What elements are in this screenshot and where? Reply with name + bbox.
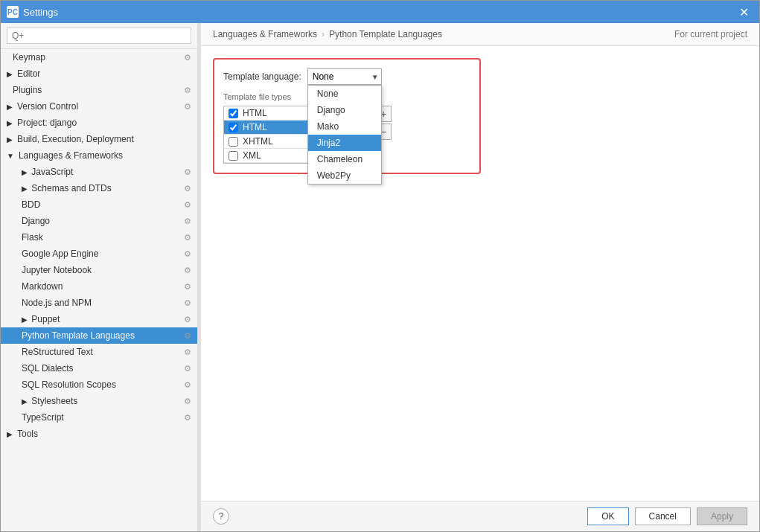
help-button[interactable]: ?: [213, 508, 229, 525]
sidebar-item-project[interactable]: ▶ Project: django: [1, 115, 197, 131]
sidebar-item-plugins[interactable]: Plugins ⚙: [1, 82, 197, 98]
main-panel: Languages & Frameworks › Python Template…: [201, 23, 759, 531]
sidebar-item-typescript[interactable]: TypeScript ⚙: [1, 409, 197, 426]
settings-icon: ⚙: [184, 102, 191, 112]
dropdown-item-chameleon[interactable]: Chameleon: [308, 151, 381, 167]
sidebar-item-sql-resolution[interactable]: SQL Resolution Scopes ⚙: [1, 376, 197, 393]
search-bar: [1, 23, 197, 49]
sidebar-item-django[interactable]: Django ⚙: [1, 213, 197, 229]
breadcrumb-current: Python Template Languages: [329, 29, 442, 39]
dropdown-item-django[interactable]: Django: [308, 102, 381, 118]
settings-icon: ⚙: [184, 200, 191, 210]
sidebar-item-bdd[interactable]: BDD ⚙: [1, 196, 197, 213]
settings-icon: ⚙: [184, 233, 191, 243]
sidebar-item-puppet[interactable]: ▶ Puppet ⚙: [1, 311, 197, 327]
sidebar-list: Keymap ⚙ ▶ Editor Plugins ⚙ ▶ Version Co…: [1, 49, 197, 531]
settings-icon: ⚙: [184, 397, 191, 406]
settings-icon: ⚙: [184, 298, 191, 308]
breadcrumb-separator: ›: [322, 29, 325, 39]
sidebar: Keymap ⚙ ▶ Editor Plugins ⚙ ▶ Version Co…: [1, 23, 198, 531]
settings-icon: ⚙: [184, 413, 191, 423]
template-language-label: Template language:: [223, 71, 301, 82]
settings-icon: ⚙: [184, 86, 191, 95]
dropdown-item-jinja2[interactable]: Jinja2: [308, 135, 381, 151]
main-content: Template language: None Django Mako Jinj…: [201, 46, 759, 501]
settings-icon: ⚙: [184, 184, 191, 193]
sidebar-item-nodejs[interactable]: Node.js and NPM ⚙: [1, 295, 197, 311]
cancel-button[interactable]: Cancel: [635, 507, 691, 525]
sidebar-item-google-app-engine[interactable]: Google App Engine ⚙: [1, 246, 197, 262]
chevron-right-icon: ▶: [7, 103, 13, 111]
dropdown-item-web2py[interactable]: Web2Py: [308, 167, 381, 184]
file-type-checkbox-html2[interactable]: [229, 123, 238, 132]
chevron-right-icon: ▶: [7, 70, 13, 78]
settings-icon: ⚙: [184, 249, 191, 259]
chevron-right-icon: ▶: [22, 397, 28, 406]
template-language-select-wrapper: None Django Mako Jinja2 Chameleon Web2Py…: [307, 68, 382, 85]
ok-button[interactable]: OK: [587, 507, 628, 525]
bottom-bar: ? OK Cancel Apply: [201, 501, 759, 531]
dropdown-item-none[interactable]: None: [308, 86, 381, 102]
sidebar-item-sql-dialects[interactable]: SQL Dialects ⚙: [1, 360, 197, 376]
chevron-right-icon: ▶: [22, 168, 28, 176]
sidebar-group-languages-header[interactable]: ▼ Languages & Frameworks: [1, 147, 197, 164]
chevron-right-icon: ▶: [7, 430, 13, 438]
breadcrumb: Languages & Frameworks › Python Template…: [201, 23, 759, 46]
close-button[interactable]: ✕: [735, 4, 753, 21]
sidebar-group-languages: ▼ Languages & Frameworks ▶ JavaScript ⚙: [1, 147, 197, 426]
breadcrumb-project: For current project: [674, 29, 747, 39]
template-language-row: Template language: None Django Mako Jinj…: [223, 68, 470, 85]
settings-icon: ⚙: [184, 331, 191, 341]
settings-icon: ⚙: [184, 380, 191, 390]
dialog-buttons: OK Cancel Apply: [587, 507, 747, 525]
sidebar-item-version-control[interactable]: ▶ Version Control ⚙: [1, 98, 197, 115]
settings-icon: ⚙: [184, 217, 191, 226]
sidebar-item-schemas[interactable]: ▶ Schemas and DTDs ⚙: [1, 180, 197, 196]
sidebar-item-editor[interactable]: ▶ Editor: [1, 65, 197, 82]
sidebar-item-tools[interactable]: ▶ Tools: [1, 426, 197, 442]
settings-icon: ⚙: [184, 266, 191, 275]
settings-window: PC Settings ✕ Keymap ⚙ ▶ Editor Plugins: [0, 0, 760, 532]
file-type-checkbox-xhtml[interactable]: [229, 137, 238, 147]
sidebar-item-build[interactable]: ▶ Build, Execution, Deployment: [1, 131, 197, 147]
settings-icon: ⚙: [184, 315, 191, 324]
breadcrumb-parent: Languages & Frameworks: [213, 29, 317, 39]
settings-icon: ⚙: [184, 347, 191, 357]
chevron-down-icon: ▼: [7, 152, 14, 160]
file-type-checkbox-xml[interactable]: [229, 151, 238, 161]
sidebar-item-markdown[interactable]: Markdown ⚙: [1, 278, 197, 295]
chevron-right-icon: ▶: [22, 185, 28, 193]
sidebar-item-stylesheets[interactable]: ▶ Stylesheets ⚙: [1, 393, 197, 409]
settings-icon: ⚙: [184, 364, 191, 374]
chevron-right-icon: ▶: [7, 119, 13, 127]
apply-button[interactable]: Apply: [697, 507, 747, 525]
template-language-dropdown: None Django Mako Jinja2 Chameleon Web2Py: [307, 85, 382, 185]
sidebar-item-restructured-text[interactable]: ReStructured Text ⚙: [1, 344, 197, 360]
settings-icon: ⚙: [184, 167, 191, 177]
chevron-right-icon: ▶: [7, 135, 13, 144]
sidebar-item-flask[interactable]: Flask ⚙: [1, 229, 197, 246]
sidebar-group-languages-children: ▶ JavaScript ⚙ ▶ Schemas and DTDs ⚙ BDD: [1, 164, 197, 426]
sidebar-item-python-template[interactable]: Python Template Languages ⚙: [1, 327, 197, 344]
search-input[interactable]: [7, 28, 191, 44]
app-icon: PC: [7, 6, 19, 18]
settings-icon: ⚙: [184, 53, 191, 63]
settings-icon: ⚙: [184, 282, 191, 292]
main-content-area: Keymap ⚙ ▶ Editor Plugins ⚙ ▶ Version Co…: [1, 23, 759, 531]
chevron-right-icon: ▶: [22, 315, 28, 324]
sidebar-item-javascript[interactable]: ▶ JavaScript ⚙: [1, 164, 197, 180]
sidebar-item-jupyter[interactable]: Jupyter Notebook ⚙: [1, 262, 197, 278]
file-type-checkbox-html[interactable]: [229, 109, 238, 118]
template-language-select[interactable]: None Django Mako Jinja2 Chameleon Web2Py: [307, 68, 382, 85]
dropdown-item-mako[interactable]: Mako: [308, 118, 381, 135]
template-language-form: Template language: None Django Mako Jinj…: [213, 58, 481, 174]
sidebar-item-keymap[interactable]: Keymap ⚙: [1, 49, 197, 65]
window-title: Settings: [23, 7, 58, 18]
title-bar: PC Settings ✕: [1, 1, 759, 23]
